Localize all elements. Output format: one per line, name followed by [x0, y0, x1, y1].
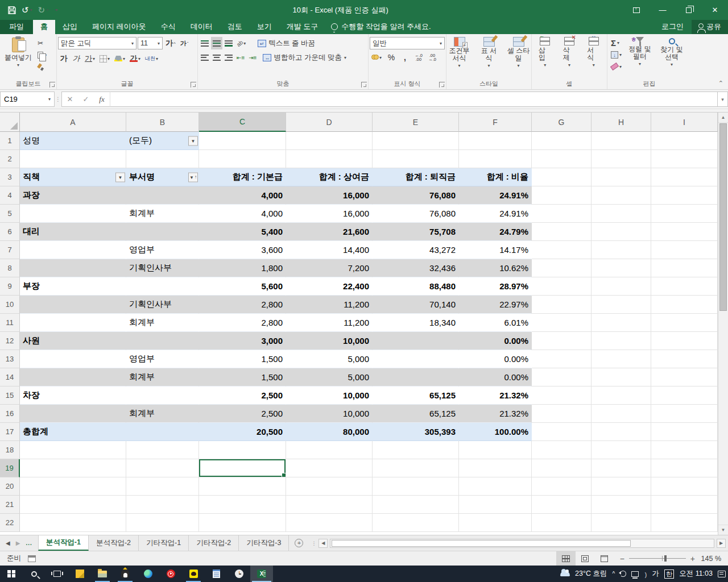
cell-A15[interactable]: 차장 — [20, 386, 126, 405]
cell-E12[interactable] — [373, 332, 459, 350]
cell-I14[interactable] — [651, 368, 718, 386]
cell-C18[interactable] — [199, 441, 286, 459]
cell-D5[interactable]: 16,000 — [286, 205, 373, 223]
row-header-11[interactable]: 11 — [0, 314, 20, 332]
number-dialog-launcher-icon[interactable] — [439, 82, 445, 88]
cell-F15[interactable]: 21.32% — [459, 386, 532, 405]
cell-A5[interactable] — [20, 205, 126, 223]
col-header-B[interactable]: B — [126, 113, 199, 132]
cell-I5[interactable] — [651, 205, 718, 223]
row-header-6[interactable]: 6 — [0, 223, 20, 241]
cell-A12[interactable]: 사원 — [20, 332, 126, 350]
cell-B16[interactable]: 회계부 — [126, 405, 199, 423]
cell-B11[interactable]: 회계부 — [126, 314, 199, 332]
tab-insert[interactable]: 삽입 — [55, 20, 85, 34]
cell-A14[interactable] — [20, 368, 126, 386]
cell-D21[interactable] — [286, 496, 373, 514]
cell-D13[interactable]: 5,000 — [286, 350, 373, 368]
wrap-text-button[interactable]: ↵텍스트 줄 바꿈 — [255, 37, 318, 49]
cell-F1[interactable] — [459, 132, 532, 150]
cell-G18[interactable] — [532, 441, 592, 459]
cell-I10[interactable] — [651, 296, 718, 314]
horizontal-scroll-thumb[interactable] — [332, 540, 630, 547]
cell-D8[interactable]: 7,200 — [286, 259, 373, 277]
cell-H8[interactable] — [592, 259, 651, 277]
cell-E6[interactable]: 75,708 — [373, 223, 459, 241]
page-break-view-button[interactable] — [595, 551, 614, 566]
cell-E1[interactable] — [373, 132, 459, 150]
cell-E7[interactable]: 43,272 — [373, 241, 459, 259]
cell-H2[interactable] — [592, 150, 651, 168]
cell-C13[interactable]: 1,500 — [199, 350, 286, 368]
ribbon-display-options-button[interactable] — [623, 0, 650, 20]
taskbar-file-explorer-button[interactable] — [91, 566, 114, 582]
decrease-indent-button[interactable]: ⇤≡ — [235, 51, 246, 64]
bold-button[interactable]: 가 — [58, 52, 69, 65]
macro-record-icon[interactable] — [28, 555, 36, 562]
cell-A10[interactable] — [20, 296, 126, 314]
taskbar-notepad-button[interactable] — [205, 566, 228, 582]
cell-F9[interactable]: 28.97% — [459, 277, 532, 296]
zoom-in-icon[interactable]: + — [690, 554, 695, 563]
vertical-scrollbar[interactable]: ▲ ▼ — [718, 113, 728, 535]
cell-B21[interactable] — [126, 496, 199, 514]
taskbar-search-button[interactable] — [23, 566, 46, 582]
bottom-align-button[interactable] — [223, 37, 234, 49]
cell-B22[interactable] — [126, 514, 199, 532]
cell-E22[interactable] — [373, 514, 459, 532]
cell-A13[interactable] — [20, 350, 126, 368]
cell-D14[interactable]: 5,000 — [286, 368, 373, 386]
cell-G3[interactable] — [532, 168, 592, 186]
cell-B9[interactable] — [126, 277, 199, 296]
cell-A18[interactable] — [20, 441, 126, 459]
cell-G1[interactable] — [532, 132, 592, 150]
taskbar-excel-button[interactable]: X — [250, 566, 273, 582]
underline-button[interactable]: 가▾ — [83, 52, 97, 65]
sheet-next-icon[interactable]: ▶ — [16, 540, 20, 546]
cell-E16[interactable]: 65,125 — [373, 405, 459, 423]
cell-H19[interactable] — [592, 459, 651, 477]
fill-button[interactable]: ↓▾ — [609, 49, 624, 60]
zoom-level[interactable]: 145 % — [701, 555, 728, 563]
format-cells-button[interactable]: 서식▾ — [581, 35, 606, 69]
cell-G13[interactable] — [532, 350, 592, 368]
cell-C22[interactable] — [199, 514, 286, 532]
align-right-button[interactable] — [223, 51, 234, 64]
cell-F12[interactable]: 0.00% — [459, 332, 532, 350]
format-as-table-button[interactable]: 표 서식▾ — [476, 35, 502, 70]
taskbar-task-view-button[interactable] — [46, 566, 68, 582]
cell-E13[interactable] — [373, 350, 459, 368]
cell-styles-button[interactable]: 셀 스타일▾ — [503, 35, 534, 70]
cell-D20[interactable] — [286, 477, 373, 496]
cell-A8[interactable] — [20, 259, 126, 277]
cell-G12[interactable] — [532, 332, 592, 350]
cell-H21[interactable] — [592, 496, 651, 514]
taskbar-kakaotalk-button[interactable] — [182, 566, 205, 582]
cell-I4[interactable] — [651, 186, 718, 205]
cell-I6[interactable] — [651, 223, 718, 241]
row-header-14[interactable]: 14 — [0, 368, 20, 386]
cell-C4[interactable]: 4,000 — [199, 186, 286, 205]
tell-me-box[interactable]: 수행할 작업을 알려 주세요. — [325, 22, 436, 34]
conditional-formatting-button[interactable]: 조건부 서식▾ — [444, 35, 475, 70]
cell-A2[interactable] — [20, 150, 126, 168]
tab-view[interactable]: 보기 — [250, 20, 279, 34]
report-filter-dropdown-icon[interactable]: ▼ — [188, 136, 198, 146]
cell-H20[interactable] — [592, 477, 651, 496]
cell-I18[interactable] — [651, 441, 718, 459]
tab-data[interactable]: 데이터 — [183, 20, 220, 34]
cell-G2[interactable] — [532, 150, 592, 168]
cell-I8[interactable] — [651, 259, 718, 277]
collapse-ribbon-icon[interactable]: ⌃ — [718, 80, 723, 87]
cell-E9[interactable]: 88,480 — [373, 277, 459, 296]
cell-I19[interactable] — [651, 459, 718, 477]
cell-I11[interactable] — [651, 314, 718, 332]
col-header-D[interactable]: D — [286, 113, 373, 132]
insert-cells-button[interactable]: 삽입▾ — [533, 35, 557, 69]
cell-F17[interactable]: 100.00% — [459, 423, 532, 441]
cell-D1[interactable] — [286, 132, 373, 150]
col-header-I[interactable]: I — [651, 113, 718, 132]
sheet-prev-icon[interactable]: ◀ — [6, 540, 10, 546]
cell-H7[interactable] — [592, 241, 651, 259]
row-header-20[interactable]: 20 — [0, 477, 20, 496]
